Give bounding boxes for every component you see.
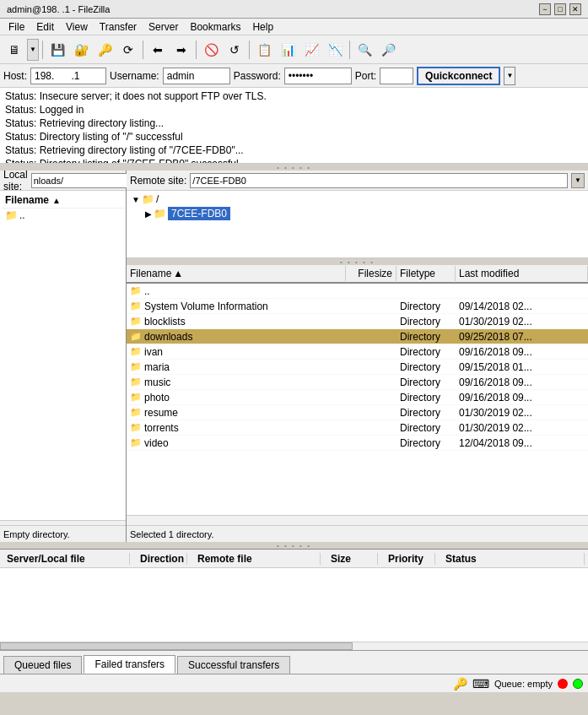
file-row-photo[interactable]: 📁 photo Directory 09/16/2018 09... (127, 390, 588, 405)
password-label: Password: (234, 70, 281, 82)
queue-col-status-label: Status (445, 553, 477, 565)
connect-button[interactable]: ⟳ (117, 39, 139, 61)
local-panel: Local site: ▼ Filename ▲ 📁 .. Empty dire… (0, 171, 127, 542)
status-val-6: Directory listing of "/7CEE-FDB0" succes… (40, 158, 239, 164)
port-input[interactable] (380, 68, 413, 84)
col-filetype[interactable]: Filetype (396, 266, 456, 281)
col-lastmodified-label: Last modified (459, 268, 519, 279)
col-filename[interactable]: Filename ▲ (127, 266, 346, 281)
sysinfo-folder-icon: 📁 (130, 301, 142, 311)
toggle-queue-button[interactable]: 📉 (324, 39, 346, 61)
password-input[interactable] (284, 68, 352, 84)
remote-tree-7cee[interactable]: ▶ 📁 7CEE-FDB0 (128, 206, 586, 221)
quickconnect-button[interactable]: Quickconnect (417, 67, 500, 85)
cancel-button[interactable]: 🔑 (94, 39, 116, 61)
panel-queue-resize-handle[interactable]: • • • • • (0, 542, 588, 549)
tab-failed[interactable]: Failed transfers (84, 655, 175, 674)
remote-panel: Remote site: ▼ ▼ 📁 / ▶ 📁 7CEE-FDB0 • • (127, 171, 588, 542)
file-row-video[interactable]: 📁 video Directory 12/04/2018 09... (127, 436, 588, 451)
remote-site-input[interactable] (190, 173, 568, 188)
queue-header: Server/Local file Direction Remote file … (0, 550, 588, 568)
separator-5 (349, 41, 350, 59)
disconnect-button[interactable]: 🔐 (70, 39, 92, 61)
video-type: Directory (396, 437, 456, 449)
queue-col-direction[interactable]: Direction (137, 553, 187, 565)
remote-file-list-header: Filename ▲ Filesize Filetype Last modifi… (127, 265, 588, 284)
menu-bookmarks[interactable]: Bookmarks (185, 19, 245, 35)
queue-col-priority[interactable]: Priority (385, 553, 435, 565)
file-row-parent[interactable]: 📁 .. (127, 284, 588, 299)
reconnect-button[interactable]: 💾 (46, 39, 68, 61)
key-icon: 🔑 (453, 677, 467, 691)
file-row-ivan[interactable]: 📁 ivan Directory 09/16/2018 09... (127, 344, 588, 360)
menu-help[interactable]: Help (247, 19, 278, 35)
local-panel-header: Local site: ▼ (0, 171, 126, 191)
toolbar: 🖥 ▼ 💾 🔐 🔑 ⟳ ⬅ ➡ 🚫 ↺ 📋 📊 📈 📉 🔍 🔎 (0, 35, 588, 64)
tab-successful[interactable]: Successful transfers (177, 656, 290, 674)
tree-list-resize-handle[interactable]: • • • • • (127, 258, 588, 265)
file-row-downloads[interactable]: 📁 downloads Directory 09/25/2018 07... (127, 329, 588, 344)
queue-col-server-label: Server/Local file (7, 553, 85, 565)
remote-site-label: Remote site: (130, 175, 186, 187)
quickconnect-dropdown[interactable]: ▼ (504, 67, 515, 85)
window-controls: − □ ✕ (539, 3, 581, 15)
remote-hscroll[interactable] (127, 515, 588, 525)
file-row-system-vol[interactable]: 📁 System Volume Information Directory 09… (127, 299, 588, 314)
blocklists-type: Directory (396, 316, 456, 328)
maximize-button[interactable]: □ (554, 3, 566, 15)
queue-col-server[interactable]: Server/Local file (3, 553, 130, 565)
status-key-5: Status: (5, 144, 36, 156)
stop-button[interactable]: 🚫 (200, 39, 222, 61)
remote-tree-root[interactable]: ▼ 📁 / (128, 192, 586, 206)
site-manager-dropdown[interactable]: ▼ (27, 39, 39, 61)
queue-col-size[interactable]: Size (327, 553, 378, 565)
local-filename-header[interactable]: Filename ▲ (2, 192, 124, 209)
tab-successful-label: Successful transfers (188, 659, 279, 671)
local-file-tree: Filename ▲ 📁 .. (0, 191, 126, 520)
queue-col-status[interactable]: Status (442, 553, 585, 565)
port-label: Port: (355, 70, 376, 82)
file-row-blocklists[interactable]: 📁 blocklists Directory 01/30/2019 02... (127, 314, 588, 329)
col-filesize[interactable]: Filesize (346, 266, 396, 281)
toggle-remote-button[interactable]: 📈 (300, 39, 322, 61)
status-val-2: Logged in (40, 104, 84, 116)
file-row-torrents[interactable]: 📁 torrents Directory 01/30/2019 02... (127, 420, 588, 436)
status-val-1: Insecure server; it does not support FTP… (40, 90, 267, 102)
username-input[interactable] (163, 68, 230, 84)
toggle-log-button[interactable]: 📋 (253, 39, 275, 61)
connection-bar: Host: Username: Password: Port: Quickcon… (0, 64, 588, 88)
toggle-local-button[interactable]: 📊 (277, 39, 299, 61)
forward-button[interactable]: ➡ (170, 39, 192, 61)
queue-col-remote[interactable]: Remote file (194, 553, 321, 565)
menu-server[interactable]: Server (143, 19, 183, 35)
status-line-4: Status: Directory listing of "/" success… (5, 130, 583, 144)
status-val-5: Retrieving directory listing of "/7CEE-F… (40, 144, 244, 156)
search-button[interactable]: 🔍 (353, 39, 375, 61)
site-manager-button[interactable]: 🖥 (3, 39, 25, 61)
col-filesize-label: Filesize (358, 268, 392, 279)
host-input[interactable] (30, 68, 106, 84)
remote-status-text: Selected 1 directory. (130, 529, 213, 539)
queue-hscroll[interactable] (0, 642, 588, 650)
refresh-button[interactable]: ↺ (224, 39, 245, 61)
local-sort-arrow: ▲ (52, 196, 61, 205)
filter-button[interactable]: 🔎 (377, 39, 399, 61)
col-lastmodified[interactable]: Last modified (456, 266, 588, 281)
close-button[interactable]: ✕ (569, 3, 581, 15)
status-indicator-red (558, 679, 568, 689)
menu-file[interactable]: File (3, 19, 30, 35)
log-resize-handle[interactable]: • • • • • (0, 164, 588, 171)
local-parent-dir[interactable]: 📁 .. (2, 209, 124, 222)
menu-view[interactable]: View (61, 19, 93, 35)
file-row-maria[interactable]: 📁 maria Directory 09/15/2018 01... (127, 360, 588, 375)
tab-queued[interactable]: Queued files (3, 656, 82, 674)
menu-edit[interactable]: Edit (31, 19, 59, 35)
file-row-resume[interactable]: 📁 resume Directory 01/30/2019 02... (127, 405, 588, 420)
minimize-button[interactable]: − (539, 3, 551, 15)
remote-site-dropdown[interactable]: ▼ (571, 173, 585, 188)
back-button[interactable]: ⬅ (147, 39, 169, 61)
status-line-2: Status: Logged in (5, 103, 583, 116)
file-row-music[interactable]: 📁 music Directory 09/16/2018 09... (127, 375, 588, 390)
menu-transfer[interactable]: Transfer (94, 19, 142, 35)
torrents-name: torrents (144, 422, 179, 434)
